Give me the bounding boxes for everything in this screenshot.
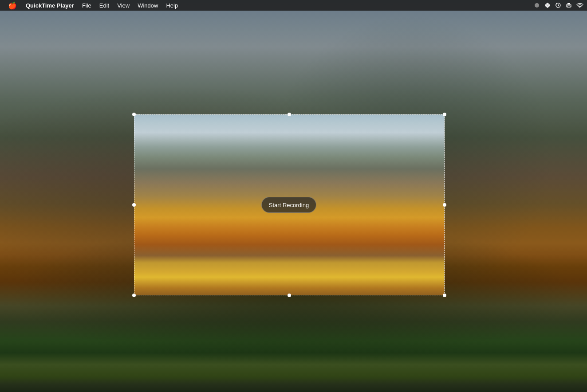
window-menu[interactable]: Window xyxy=(134,0,162,11)
handle-top-right[interactable] xyxy=(443,113,446,116)
handle-middle-right[interactable] xyxy=(443,203,446,207)
wifi-icon[interactable] xyxy=(576,3,583,8)
menu-bar-left: 🍎 QuickTime Player File Edit View Window… xyxy=(4,0,181,11)
record-indicator-icon xyxy=(534,2,540,8)
edit-menu[interactable]: Edit xyxy=(96,0,113,11)
handle-bottom-right[interactable] xyxy=(443,294,446,297)
menu-bar-right xyxy=(534,2,583,8)
handle-bottom-center[interactable] xyxy=(288,294,291,297)
dropbox-icon[interactable] xyxy=(544,2,551,8)
help-menu[interactable]: Help xyxy=(162,0,181,11)
menu-bar: 🍎 QuickTime Player File Edit View Window… xyxy=(0,0,587,11)
handle-bottom-left[interactable] xyxy=(132,294,136,297)
view-menu[interactable]: View xyxy=(114,0,133,11)
printer-icon[interactable] xyxy=(566,2,572,8)
handle-top-left[interactable] xyxy=(132,113,136,116)
start-recording-button[interactable]: Start Recording xyxy=(261,197,316,213)
svg-point-0 xyxy=(535,3,539,8)
svg-rect-8 xyxy=(567,6,570,7)
app-name-menu[interactable]: QuickTime Player xyxy=(22,0,78,11)
apple-menu[interactable]: 🍎 xyxy=(4,0,21,11)
svg-rect-7 xyxy=(567,3,570,4)
svg-point-9 xyxy=(579,7,580,8)
time-machine-icon[interactable] xyxy=(555,2,561,8)
handle-top-center[interactable] xyxy=(288,113,291,116)
handle-middle-left[interactable] xyxy=(132,203,136,207)
file-menu[interactable]: File xyxy=(79,0,95,11)
